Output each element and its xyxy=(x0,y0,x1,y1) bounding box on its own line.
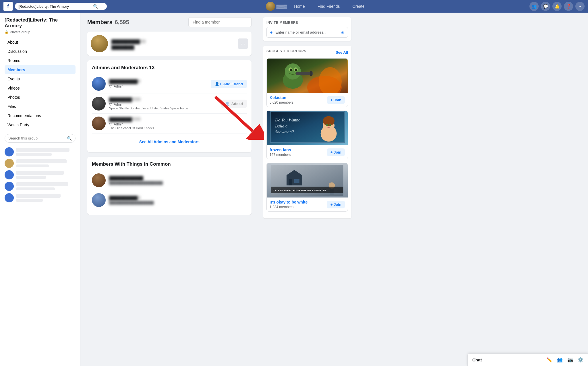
suggested-group-card: Kekistan 5,620 members + Join xyxy=(266,58,348,107)
sidebar-item-files[interactable]: Files xyxy=(5,102,76,111)
white-image-svg: THIS IS WHAT YOUR ENEMIES DESPISE xyxy=(268,165,346,196)
notifications-icon-button[interactable]: 🔔 xyxy=(552,2,562,11)
create-nav-button[interactable]: Create xyxy=(347,2,370,10)
member-name: ██████████ xyxy=(109,196,141,200)
group-search-icon: 🔍 xyxy=(67,136,72,141)
center-content: Members 6,595 ██████████ ████████ ··· Ad… xyxy=(80,13,258,366)
home-nav-button[interactable]: Home xyxy=(288,2,310,10)
sidebar-member-list xyxy=(5,147,76,202)
suggested-group-name[interactable]: Kekistan xyxy=(270,95,293,100)
facebook-logo: f xyxy=(3,2,13,11)
find-member-input[interactable] xyxy=(188,17,252,27)
see-all-admins-link[interactable]: See All Admins and Moderators xyxy=(92,136,247,148)
common-member-item: ██████████ ████████████████████ xyxy=(92,190,247,210)
suggested-group-name[interactable]: frozen fans xyxy=(270,148,291,152)
group-search-input[interactable] xyxy=(8,136,65,140)
admin-info: ████████ 🛡 Admin Space Shuttle Bombardie… xyxy=(109,97,218,110)
join-white-button[interactable]: + Join xyxy=(327,201,345,208)
list-item xyxy=(5,193,76,202)
avatar xyxy=(92,173,106,187)
top-navigation: f 🔍 ▓▓▓▓ Home Find Friends Create 👥 💬 🔔 … xyxy=(0,0,588,13)
right-sidebar: INVITE MEMBERS + Enter name or email add… xyxy=(258,13,356,366)
sidebar-item-events[interactable]: Events xyxy=(5,74,76,84)
admin-subtitle: Space Shuttle Bombardier at United State… xyxy=(109,106,218,110)
avatar xyxy=(5,159,14,168)
avatar xyxy=(92,77,106,91)
sidebar-item-photos[interactable]: Photos xyxy=(5,93,76,102)
suggested-group-details: frozen fans 167 members xyxy=(270,148,291,157)
members-common-title: Members With Things in Common xyxy=(92,161,247,167)
member-more-button[interactable]: ··· xyxy=(238,38,248,49)
help-icon-button[interactable]: ❓ xyxy=(564,2,573,11)
svg-rect-12 xyxy=(310,71,312,76)
sidebar-item-watch-party[interactable]: Watch Party xyxy=(5,120,76,129)
user-avatar[interactable] xyxy=(266,2,275,11)
global-search-bar[interactable]: 🔍 xyxy=(15,3,107,10)
global-search-input[interactable] xyxy=(18,4,93,9)
suggested-header: SUGGESTED GROUPS See All xyxy=(266,49,348,55)
see-all-groups-link[interactable]: See All xyxy=(336,50,348,55)
admin-name: ██████████ xyxy=(109,79,141,83)
list-item xyxy=(5,159,76,168)
avatar xyxy=(5,170,14,179)
invite-placeholder: Enter name or email address... xyxy=(275,30,338,34)
svg-point-19 xyxy=(329,124,331,126)
sidebar-item-about[interactable]: About xyxy=(5,38,76,47)
messenger-icon-button[interactable]: 💬 xyxy=(541,2,550,11)
invite-input[interactable]: + Enter name or email address... ⊞ xyxy=(266,27,348,38)
admin-item: ██████████ 🛡 Admin 👤+ Add Friend xyxy=(92,74,247,94)
chat-edit-icon[interactable]: ✏️ xyxy=(547,357,552,363)
sidebar-item-discussion[interactable]: Discussion xyxy=(5,47,76,56)
add-friend-icon: 👤 xyxy=(225,102,230,106)
avatar xyxy=(92,193,106,207)
svg-text:THIS IS WHAT YOUR ENEMIES DESP: THIS IS WHAT YOUR ENEMIES DESPISE xyxy=(273,189,326,192)
added-button[interactable]: 👤 Added xyxy=(221,100,247,108)
member-detail: ████████ xyxy=(111,45,134,48)
chat-camera-icon[interactable]: 📷 xyxy=(567,357,573,363)
join-frozen-button[interactable]: + Join xyxy=(327,148,345,156)
chat-group-icon[interactable]: 👥 xyxy=(557,357,563,363)
add-friend-icon: 👤+ xyxy=(215,82,222,86)
join-kekistan-button[interactable]: + Join xyxy=(327,96,345,104)
suggested-group-details: It's okay to be white 1,234 members xyxy=(270,200,307,209)
svg-text:Snowman?: Snowman? xyxy=(275,129,294,134)
suggested-group-image: Do You Wanna Build a Snowman? xyxy=(267,111,348,145)
main-layout: [Redacted]Liberty: The Armory 🔒 Private … xyxy=(0,13,588,366)
search-icon: 🔍 xyxy=(93,4,98,9)
common-member-item: ████████████ ████████████████████████ xyxy=(92,171,247,190)
group-search-bar[interactable]: 🔍 xyxy=(5,134,76,143)
add-friend-button[interactable]: 👤+ Add Friend xyxy=(211,80,247,88)
invite-section: INVITE MEMBERS + Enter name or email add… xyxy=(263,17,351,41)
sidebar-item-recommendations[interactable]: Recommendations xyxy=(5,111,76,120)
suggested-label: SUGGESTED GROUPS xyxy=(266,49,306,53)
member-detail: ████████████████████ xyxy=(109,201,247,204)
members-count: 6,595 xyxy=(115,19,129,26)
svg-point-10 xyxy=(295,69,297,71)
people-icon-button[interactable]: 👥 xyxy=(529,2,539,11)
suggested-group-card: THIS IS WHAT YOUR ENEMIES DESPISE It's o… xyxy=(266,163,348,212)
admin-item: ████████ 🛡 Admin Space Shuttle Bombardie… xyxy=(92,94,247,114)
lock-icon: 🔒 xyxy=(5,30,9,34)
suggested-group-name[interactable]: It's okay to be white xyxy=(270,200,307,204)
members-title: Members xyxy=(87,19,113,26)
account-menu-button[interactable]: ▾ xyxy=(575,2,585,11)
kekistan-image-svg xyxy=(267,59,348,93)
svg-point-6 xyxy=(285,63,301,80)
list-item xyxy=(5,182,76,191)
admin-role: 🛡 Admin xyxy=(109,122,247,126)
avatar xyxy=(92,97,106,111)
sidebar-item-members[interactable]: Members xyxy=(5,65,76,74)
chat-settings-icon[interactable]: ⚙️ xyxy=(578,357,583,363)
invite-link-icon[interactable]: ⊞ xyxy=(341,30,344,35)
avatar xyxy=(5,182,14,191)
members-common-section: Members With Things in Common ██████████… xyxy=(87,157,252,215)
admins-section-title: Admins and Moderators 13 xyxy=(92,65,247,71)
svg-point-17 xyxy=(323,116,334,126)
sidebar-item-rooms[interactable]: Rooms xyxy=(5,56,76,65)
svg-point-9 xyxy=(290,69,292,71)
find-friends-nav-button[interactable]: Find Friends xyxy=(312,2,346,10)
suggested-group-info: Kekistan 5,620 members + Join xyxy=(267,93,348,107)
sidebar-item-videos[interactable]: Videos xyxy=(5,84,76,93)
svg-rect-25 xyxy=(289,179,292,186)
shield-icon: 🛡 xyxy=(109,84,113,88)
